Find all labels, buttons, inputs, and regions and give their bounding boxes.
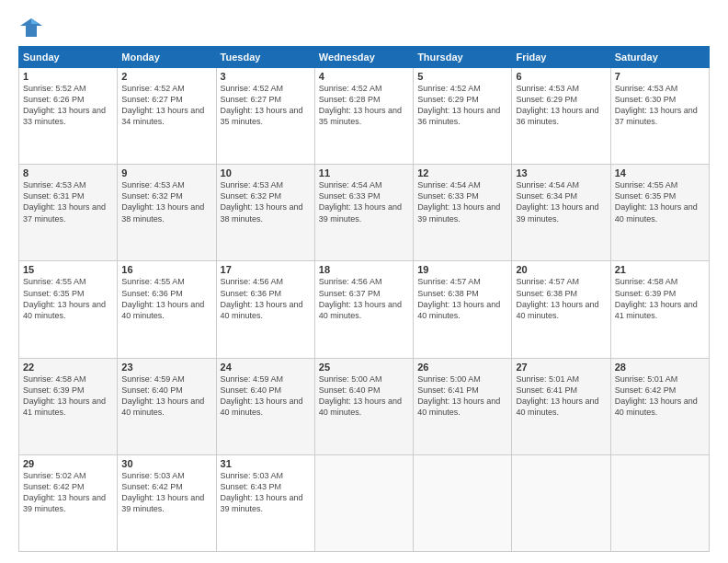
day-info: Sunrise: 4:59 AMSunset: 6:40 PMDaylight:… (121, 374, 204, 417)
weekday-header: Tuesday (216, 47, 314, 68)
day-number: 22 (23, 362, 113, 373)
day-info: Sunrise: 4:54 AMSunset: 6:33 PMDaylight:… (319, 180, 402, 223)
calendar-cell: 11 Sunrise: 4:54 AMSunset: 6:33 PMDaylig… (314, 165, 413, 261)
calendar-cell (414, 454, 512, 551)
day-number: 9 (121, 167, 211, 178)
calendar-cell: 12 Sunrise: 4:54 AMSunset: 6:33 PMDaylig… (414, 165, 512, 261)
day-info: Sunrise: 4:53 AMSunset: 6:29 PMDaylight:… (516, 84, 598, 126)
calendar-cell: 14 Sunrise: 4:55 AMSunset: 6:35 PMDaylig… (610, 165, 709, 261)
calendar-cell: 28 Sunrise: 5:01 AMSunset: 6:42 PMDaylig… (610, 358, 709, 454)
day-info: Sunrise: 5:02 AMSunset: 6:42 PMDaylight:… (23, 471, 106, 513)
calendar-cell: 24 Sunrise: 4:59 AMSunset: 6:40 PMDaylig… (216, 358, 314, 454)
calendar-cell: 30 Sunrise: 5:03 AMSunset: 6:42 PMDaylig… (118, 454, 216, 551)
day-info: Sunrise: 4:56 AMSunset: 6:37 PMDaylight:… (319, 277, 402, 319)
day-number: 26 (417, 362, 507, 373)
weekday-header: Thursday (414, 47, 512, 68)
calendar-cell: 23 Sunrise: 4:59 AMSunset: 6:40 PMDaylig… (118, 358, 216, 454)
calendar-cell: 2 Sunrise: 4:52 AMSunset: 6:27 PMDayligh… (118, 68, 216, 165)
day-number: 8 (23, 167, 113, 178)
calendar-cell: 1 Sunrise: 5:52 AMSunset: 6:26 PMDayligh… (19, 68, 118, 165)
calendar-week-row: 22 Sunrise: 4:58 AMSunset: 6:39 PMDaylig… (19, 358, 710, 454)
day-number: 30 (121, 458, 211, 469)
day-info: Sunrise: 4:58 AMSunset: 6:39 PMDaylight:… (23, 374, 106, 417)
day-number: 25 (319, 362, 409, 373)
calendar-cell: 22 Sunrise: 4:58 AMSunset: 6:39 PMDaylig… (19, 358, 118, 454)
day-info: Sunrise: 4:52 AMSunset: 6:28 PMDaylight:… (319, 84, 402, 126)
day-info: Sunrise: 4:53 AMSunset: 6:32 PMDaylight:… (121, 180, 204, 223)
day-info: Sunrise: 4:55 AMSunset: 6:35 PMDaylight:… (615, 180, 698, 223)
day-info: Sunrise: 5:00 AMSunset: 6:40 PMDaylight:… (319, 374, 402, 417)
day-info: Sunrise: 4:55 AMSunset: 6:36 PMDaylight:… (121, 277, 204, 319)
calendar-cell: 10 Sunrise: 4:53 AMSunset: 6:32 PMDaylig… (216, 165, 314, 261)
day-number: 17 (221, 264, 311, 275)
day-number: 11 (319, 167, 409, 178)
day-number: 14 (615, 167, 705, 178)
day-info: Sunrise: 4:55 AMSunset: 6:35 PMDaylight:… (23, 277, 106, 319)
day-number: 15 (23, 264, 113, 275)
logo (18, 17, 48, 39)
weekday-header: Friday (512, 47, 610, 68)
page: SundayMondayTuesdayWednesdayThursdayFrid… (0, 0, 728, 563)
day-info: Sunrise: 4:58 AMSunset: 6:39 PMDaylight:… (615, 277, 698, 319)
day-number: 10 (221, 167, 311, 178)
calendar-cell: 19 Sunrise: 4:57 AMSunset: 6:38 PMDaylig… (414, 261, 512, 358)
calendar-cell: 15 Sunrise: 4:55 AMSunset: 6:35 PMDaylig… (19, 261, 118, 358)
day-number: 6 (516, 71, 606, 82)
day-number: 31 (221, 458, 311, 469)
day-number: 13 (516, 167, 606, 178)
day-number: 28 (615, 362, 705, 373)
day-number: 1 (23, 71, 113, 82)
day-info: Sunrise: 4:54 AMSunset: 6:33 PMDaylight:… (417, 180, 500, 223)
day-info: Sunrise: 4:52 AMSunset: 6:27 PMDaylight:… (121, 84, 204, 126)
day-info: Sunrise: 4:56 AMSunset: 6:36 PMDaylight:… (221, 277, 303, 319)
calendar-cell: 26 Sunrise: 5:00 AMSunset: 6:41 PMDaylig… (414, 358, 512, 454)
day-number: 23 (121, 362, 211, 373)
day-number: 27 (516, 362, 606, 373)
day-number: 7 (615, 71, 705, 82)
calendar-cell: 9 Sunrise: 4:53 AMSunset: 6:32 PMDayligh… (118, 165, 216, 261)
weekday-header: Monday (118, 47, 216, 68)
calendar-cell: 27 Sunrise: 5:01 AMSunset: 6:41 PMDaylig… (512, 358, 610, 454)
day-info: Sunrise: 5:01 AMSunset: 6:41 PMDaylight:… (516, 374, 598, 417)
calendar-table: SundayMondayTuesdayWednesdayThursdayFrid… (18, 46, 710, 552)
calendar-week-row: 1 Sunrise: 5:52 AMSunset: 6:26 PMDayligh… (19, 68, 710, 165)
calendar-cell: 17 Sunrise: 4:56 AMSunset: 6:36 PMDaylig… (216, 261, 314, 358)
calendar-cell: 6 Sunrise: 4:53 AMSunset: 6:29 PMDayligh… (512, 68, 610, 165)
day-info: Sunrise: 5:01 AMSunset: 6:42 PMDaylight:… (615, 374, 698, 417)
calendar-cell: 20 Sunrise: 4:57 AMSunset: 6:38 PMDaylig… (512, 261, 610, 358)
calendar-cell: 21 Sunrise: 4:58 AMSunset: 6:39 PMDaylig… (610, 261, 709, 358)
day-number: 16 (121, 264, 211, 275)
weekday-header: Sunday (19, 47, 118, 68)
day-info: Sunrise: 5:03 AMSunset: 6:43 PMDaylight:… (221, 471, 303, 513)
calendar-cell: 5 Sunrise: 4:52 AMSunset: 6:29 PMDayligh… (414, 68, 512, 165)
day-info: Sunrise: 4:53 AMSunset: 6:32 PMDaylight:… (221, 180, 303, 223)
weekday-header: Saturday (610, 47, 709, 68)
calendar-week-row: 29 Sunrise: 5:02 AMSunset: 6:42 PMDaylig… (19, 454, 710, 551)
header (18, 17, 710, 39)
calendar-cell: 16 Sunrise: 4:55 AMSunset: 6:36 PMDaylig… (118, 261, 216, 358)
calendar-cell: 7 Sunrise: 4:53 AMSunset: 6:30 PMDayligh… (610, 68, 709, 165)
day-info: Sunrise: 5:52 AMSunset: 6:26 PMDaylight:… (23, 84, 106, 126)
calendar-header: SundayMondayTuesdayWednesdayThursdayFrid… (19, 47, 710, 68)
calendar-cell: 18 Sunrise: 4:56 AMSunset: 6:37 PMDaylig… (314, 261, 413, 358)
calendar-cell: 13 Sunrise: 4:54 AMSunset: 6:34 PMDaylig… (512, 165, 610, 261)
calendar-cell (610, 454, 709, 551)
calendar-cell: 25 Sunrise: 5:00 AMSunset: 6:40 PMDaylig… (314, 358, 413, 454)
calendar-cell: 8 Sunrise: 4:53 AMSunset: 6:31 PMDayligh… (19, 165, 118, 261)
day-number: 21 (615, 264, 705, 275)
calendar-week-row: 8 Sunrise: 4:53 AMSunset: 6:31 PMDayligh… (19, 165, 710, 261)
day-info: Sunrise: 4:57 AMSunset: 6:38 PMDaylight:… (417, 277, 500, 319)
day-info: Sunrise: 5:03 AMSunset: 6:42 PMDaylight:… (121, 471, 204, 513)
logo-icon (18, 17, 44, 39)
day-number: 2 (121, 71, 211, 82)
day-number: 18 (319, 264, 409, 275)
calendar-week-row: 15 Sunrise: 4:55 AMSunset: 6:35 PMDaylig… (19, 261, 710, 358)
day-info: Sunrise: 4:52 AMSunset: 6:27 PMDaylight:… (221, 84, 303, 126)
day-number: 20 (516, 264, 606, 275)
calendar-cell (314, 454, 413, 551)
day-info: Sunrise: 4:54 AMSunset: 6:34 PMDaylight:… (516, 180, 598, 223)
day-info: Sunrise: 5:00 AMSunset: 6:41 PMDaylight:… (417, 374, 500, 417)
day-info: Sunrise: 4:52 AMSunset: 6:29 PMDaylight:… (417, 84, 500, 126)
calendar-cell: 3 Sunrise: 4:52 AMSunset: 6:27 PMDayligh… (216, 68, 314, 165)
day-number: 29 (23, 458, 113, 469)
